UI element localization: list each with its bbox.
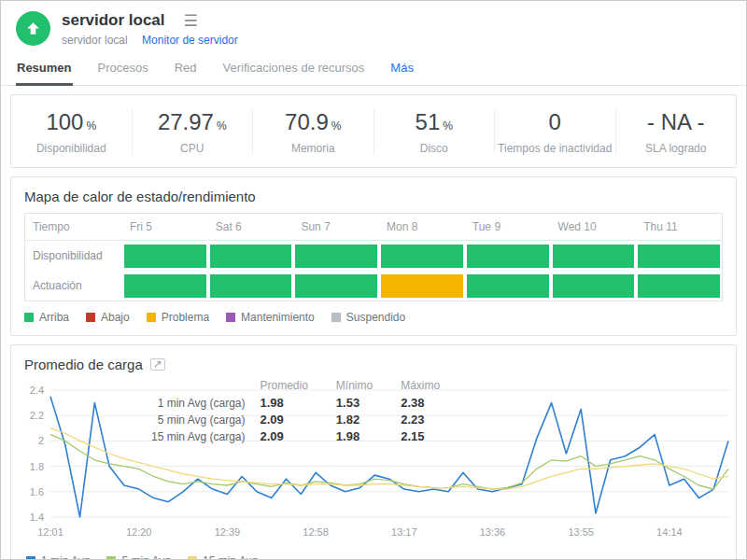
hamburger-menu-icon[interactable]: ☰ xyxy=(184,13,198,29)
tab-bar: ResumenProcesosRedVerificaciones de recu… xyxy=(1,55,746,86)
load-row-value: 1.82 xyxy=(336,412,401,428)
heatmap-col-mon-8: Mon 8 xyxy=(379,214,465,241)
heatmap-col-wed-10: Wed 10 xyxy=(551,214,637,241)
load-col-maximo: Máximo xyxy=(401,377,468,395)
heatmap-row-label: Disponibilidad xyxy=(25,241,122,272)
stat-value-number: 100 xyxy=(46,109,83,134)
stat-cpu: 27.97%CPU xyxy=(133,109,254,155)
svg-text:1.4: 1.4 xyxy=(30,511,44,523)
tab-resumen[interactable]: Resumen xyxy=(16,55,73,86)
svg-text:14:14: 14:14 xyxy=(656,526,683,538)
legend-item-suspendido: Suspendido xyxy=(331,311,405,324)
heatmap-col-tue-9: Tue 9 xyxy=(465,214,551,241)
chart-legend-1-min-avg[interactable]: 1 min Avg xyxy=(26,554,90,560)
stat-disponibilidad: 100%Disponibilidad xyxy=(11,109,133,155)
heatmap-table: TiempoFri 5Sat 6Sun 7Mon 8Tue 9Wed 10Thu… xyxy=(25,214,722,301)
load-row-15-min-avg-carga-: 15 min Avg (carga)2.091.982.15 xyxy=(151,428,468,445)
chart-legend-15-min-avg[interactable]: 15 min Avg xyxy=(188,554,258,560)
stat-value-number: 27.97 xyxy=(158,109,214,134)
chart-legend-swatch xyxy=(106,556,116,560)
monitor-subtitle: servidor local xyxy=(62,34,128,47)
heatmap-cell-wed-10-up[interactable] xyxy=(551,241,637,272)
heatmap-legend: ArribaAbajoProblemaMantenimientoSuspendi… xyxy=(11,301,736,335)
load-row-value: 2.09 xyxy=(261,428,336,445)
heatmap-cell-wed-10-up[interactable] xyxy=(551,271,637,301)
load-row-label: 15 min Avg (carga) xyxy=(151,428,261,445)
tab-procesos[interactable]: Procesos xyxy=(97,55,149,86)
external-link-icon[interactable]: ↗ xyxy=(150,358,165,371)
load-row-5-min-avg-carga-: 5 min Avg (carga)2.091.822.23 xyxy=(151,412,468,428)
stat-label: CPU xyxy=(133,142,253,155)
summary-stats-card: 100%Disponibilidad27.97%CPU70.9%Memoria5… xyxy=(10,94,737,168)
heatmap-cell-sun-7-up[interactable] xyxy=(293,271,379,301)
svg-text:12:58: 12:58 xyxy=(303,526,329,538)
heatmap-cell-fri-5-up[interactable] xyxy=(122,241,208,272)
stat-value: 100% xyxy=(11,109,132,135)
legend-item-mantenimiento: Mantenimiento xyxy=(226,311,315,324)
up-arrow-icon xyxy=(24,20,42,37)
monitor-type-link[interactable]: Monitor de servidor xyxy=(142,34,238,47)
heatmap-col-thu-11: Thu 11 xyxy=(636,214,722,241)
heatmap-cell-thu-11-up[interactable] xyxy=(636,271,722,301)
heatmap-table-wrap: TiempoFri 5Sat 6Sun 7Mon 8Tue 9Wed 10Thu… xyxy=(24,213,723,301)
load-row-value: 2.15 xyxy=(401,428,468,445)
page-header: servidor local ☰ servidor local Monitor … xyxy=(1,1,746,47)
stat-unit: % xyxy=(217,119,227,133)
legend-swatch-down xyxy=(86,313,95,322)
heatmap-col-time: Tiempo xyxy=(25,214,122,241)
heatmap-cell-tue-9-up[interactable] xyxy=(465,271,551,301)
heatmap-cell-mon-8-trouble[interactable] xyxy=(379,271,465,301)
tab-verificaciones-de-recursos[interactable]: Verificaciones de recursos xyxy=(222,55,366,86)
load-stats-table: PromedioMínimoMáximo1 min Avg (carga)1.9… xyxy=(151,377,468,445)
status-up-indicator xyxy=(16,11,50,46)
heatmap-cell-sat-6-up[interactable] xyxy=(208,241,294,272)
stat-label: Disponibilidad xyxy=(11,142,132,155)
heatmap-cell-fri-5-up[interactable] xyxy=(122,271,208,301)
load-row-value: 1.53 xyxy=(336,395,401,412)
svg-text:2: 2 xyxy=(38,435,44,446)
heatmap-title: Mapa de calor de estado/rendimiento xyxy=(24,189,256,204)
svg-text:2.4: 2.4 xyxy=(30,385,44,396)
server-monitor-page: servidor local ☰ servidor local Monitor … xyxy=(0,0,747,560)
summary-stats: 100%Disponibilidad27.97%CPU70.9%Memoria5… xyxy=(11,95,736,167)
heatmap-col-sun-7: Sun 7 xyxy=(293,214,379,241)
heatmap-cell-sun-7-up[interactable] xyxy=(293,241,379,272)
heatmap-row-label: Actuación xyxy=(25,271,122,301)
load-average-card: Promedio de carga ↗ PromedioMínimoMáximo… xyxy=(10,344,737,560)
heatmap-col-fri-5: Fri 5 xyxy=(122,214,208,241)
legend-swatch-up xyxy=(24,313,34,322)
load-row-1-min-avg-carga-: 1 min Avg (carga)1.981.532.38 xyxy=(151,395,468,412)
load-row-value: 2.23 xyxy=(401,412,468,428)
load-row-value: 1.98 xyxy=(336,428,401,445)
tab-red[interactable]: Red xyxy=(174,55,198,86)
stat-unit: % xyxy=(331,119,342,133)
legend-label: Mantenimiento xyxy=(241,311,315,324)
chart-legend-5-min-avg[interactable]: 5 min Avg xyxy=(106,554,170,560)
heatmap-col-sat-6: Sat 6 xyxy=(208,214,294,241)
stat-value-number: - NA - xyxy=(647,109,704,134)
heatmap-row-actuacion: Actuación xyxy=(25,271,722,301)
load-row-value: 2.38 xyxy=(401,395,468,412)
legend-label: Suspendido xyxy=(346,311,405,324)
tab-mas[interactable]: Más xyxy=(389,55,415,86)
chart-legend-swatch xyxy=(26,556,35,560)
heatmap-cell-sat-6-up[interactable] xyxy=(208,271,294,301)
stat-value-number: 70.9 xyxy=(285,109,329,134)
svg-text:12:39: 12:39 xyxy=(215,526,241,538)
heatmap-cell-thu-11-up[interactable] xyxy=(636,241,722,272)
heatmap-cell-mon-8-up[interactable] xyxy=(379,241,465,272)
load-average-title: Promedio de carga xyxy=(24,357,143,372)
legend-label: Problema xyxy=(162,311,209,324)
load-col-promedio: Promedio xyxy=(261,377,336,395)
stat-unit: % xyxy=(443,119,453,133)
heatmap-cell-tue-9-up[interactable] xyxy=(465,241,551,272)
page-title: servidor local xyxy=(62,11,165,30)
legend-swatch-trouble xyxy=(147,313,156,322)
stat-sla-logrado: - NA -SLA logrado xyxy=(616,109,737,155)
legend-item-arriba: Arriba xyxy=(24,311,69,324)
load-row-label: 5 min Avg (carga) xyxy=(151,412,261,428)
stat-value-number: 51 xyxy=(416,109,441,134)
chart-legend-label: 15 min Avg xyxy=(203,554,258,560)
heatmap-card: Mapa de calor de estado/rendimiento Tiem… xyxy=(10,176,737,336)
stat-unit: % xyxy=(86,119,96,133)
